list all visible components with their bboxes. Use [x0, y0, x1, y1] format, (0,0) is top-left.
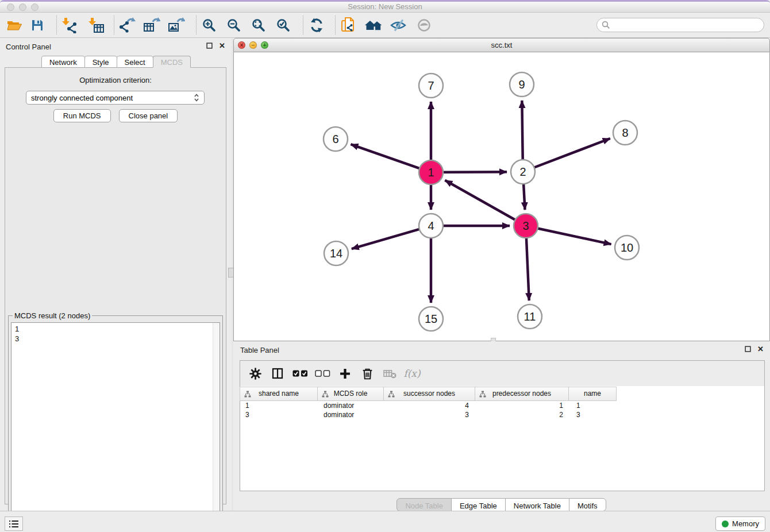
optimization-criterion-select[interactable]: strongly connected component [26, 91, 205, 105]
zoom-window-button[interactable] [31, 3, 38, 11]
column-header-shared-name[interactable]: shared name [240, 387, 318, 401]
float-panel-icon[interactable] [206, 42, 213, 49]
cell[interactable]: 4 [385, 401, 477, 410]
edge-1-2[interactable] [443, 172, 507, 172]
column-header-successor-nodes[interactable]: successor nodes [383, 387, 475, 401]
refresh-icon[interactable] [306, 16, 328, 34]
task-history-list-icon[interactable] [5, 516, 23, 531]
node-label-15: 15 [425, 313, 437, 325]
table-tabs: Node Table Edge Table Network Table Moti… [233, 498, 770, 511]
table-header: shared nameMCDS rolesuccessor nodesprede… [240, 387, 617, 401]
close-window-button[interactable] [7, 3, 14, 11]
network-minimize-icon[interactable]: − [249, 41, 257, 49]
network-window-titlebar[interactable]: × − + scc.txt [233, 38, 770, 52]
copy-network-view-icon[interactable] [337, 16, 359, 34]
column-header-name[interactable]: name [568, 387, 617, 401]
cell[interactable]: 2 [477, 410, 571, 419]
tab-network[interactable]: Network [41, 56, 85, 68]
column-header-predecessor-nodes[interactable]: predecessor nodes [475, 387, 569, 401]
export-network-icon[interactable] [116, 16, 138, 34]
add-column-icon[interactable] [336, 365, 354, 382]
float-table-panel-icon[interactable] [744, 345, 752, 353]
export-table-icon[interactable] [141, 16, 163, 34]
edge-2-3[interactable] [523, 184, 525, 210]
deselect-all-icon[interactable] [313, 365, 332, 382]
edge-1-6[interactable] [351, 144, 419, 168]
toolbar-separator [56, 16, 57, 34]
network-canvas[interactable]: 1234678910111415 [233, 52, 770, 341]
column-label: successor nodes [403, 390, 455, 398]
select-all-icon[interactable] [291, 365, 309, 382]
hide-display-eye-slash-icon[interactable] [387, 16, 409, 34]
close-table-panel-icon[interactable]: ✕ [757, 345, 764, 353]
edge-3-10[interactable] [538, 228, 611, 244]
network-zoom-icon[interactable]: + [261, 41, 268, 49]
node-label-11: 11 [524, 310, 536, 323]
tab-select[interactable]: Select [117, 56, 153, 68]
show-display-eye-icon[interactable] [413, 16, 435, 34]
control-panel: Control Panel ✕ Network Style Select MCD… [0, 38, 232, 511]
tab-motifs[interactable]: Motifs [569, 498, 606, 511]
result-scrollbar[interactable] [213, 323, 220, 527]
open-folder-icon[interactable] [3, 16, 25, 34]
cell[interactable]: 1 [571, 401, 619, 410]
import-table-icon[interactable] [85, 16, 107, 34]
window-controls [7, 3, 38, 11]
close-panel-icon[interactable]: ✕ [218, 42, 226, 49]
delete-column-icon[interactable] [358, 365, 376, 382]
network-close-icon[interactable]: × [238, 41, 245, 49]
node-label-8: 8 [622, 126, 628, 139]
cell[interactable]: 3 [385, 410, 477, 419]
cell[interactable]: 3 [571, 410, 619, 419]
edge-4-14[interactable] [352, 229, 419, 249]
tab-mcds[interactable]: MCDS [153, 56, 191, 68]
table-body: 1dominator4113dominator323 [240, 401, 764, 419]
tab-node-table[interactable]: Node Table [396, 498, 452, 511]
mcds-result-area[interactable]: 13 [11, 322, 220, 527]
mcds-result-group: MCDS result (2 nodes) 13 [8, 311, 223, 530]
save-icon[interactable] [26, 16, 48, 34]
search-box[interactable] [596, 18, 764, 32]
column-header-MCDS-role[interactable]: MCDS role [317, 387, 384, 401]
search-input[interactable] [613, 20, 764, 31]
cell[interactable]: 1 [477, 401, 571, 410]
node-label-1: 1 [428, 166, 434, 179]
zoom-selected-icon[interactable] [272, 16, 294, 34]
column-label: predecessor nodes [492, 390, 551, 398]
edge-2-8[interactable] [534, 138, 610, 168]
import-network-icon[interactable] [59, 16, 80, 34]
table-row-1[interactable]: 3dominator323 [240, 410, 764, 419]
edge-2-9[interactable] [522, 101, 522, 160]
tab-network-table[interactable]: Network Table [505, 498, 569, 511]
settings-gear-icon[interactable] [246, 365, 264, 382]
app-titlebar: Session: New Session [0, 2, 770, 13]
node-label-9: 9 [518, 78, 525, 91]
cell[interactable]: 1 [240, 401, 318, 410]
cell[interactable]: 3 [240, 410, 318, 419]
zoom-out-icon[interactable] [223, 16, 245, 34]
zoom-fit-icon[interactable] [248, 16, 270, 34]
network-title: scc.txt [234, 38, 769, 52]
tab-style[interactable]: Style [84, 56, 117, 68]
window-title: Session: New Session [0, 2, 770, 12]
toolbar-separator [196, 16, 197, 34]
edge-3-1[interactable] [445, 180, 515, 220]
minimize-window-button[interactable] [19, 3, 26, 11]
node-label-6: 6 [332, 133, 338, 145]
cell[interactable]: dominator [318, 410, 385, 419]
toggle-panel-columns-icon[interactable] [268, 365, 287, 382]
export-image-icon[interactable] [165, 16, 187, 34]
zoom-in-icon[interactable] [198, 16, 220, 34]
home-icon[interactable] [363, 16, 384, 34]
memory-label: Memory [732, 519, 759, 528]
edge-3-11[interactable] [526, 238, 529, 300]
cell[interactable]: dominator [318, 401, 385, 410]
mcds-result-list: 13 [11, 323, 220, 345]
memory-button[interactable]: Memory [715, 516, 765, 531]
tab-edge-table[interactable]: Edge Table [451, 498, 506, 511]
close-panel-button[interactable]: Close panel [119, 109, 178, 122]
table-row-0[interactable]: 1dominator411 [240, 401, 764, 410]
run-mcds-button[interactable]: Run MCDS [53, 109, 111, 122]
column-label: MCDS role [334, 390, 368, 398]
control-panel-title: Control Panel [6, 43, 51, 51]
